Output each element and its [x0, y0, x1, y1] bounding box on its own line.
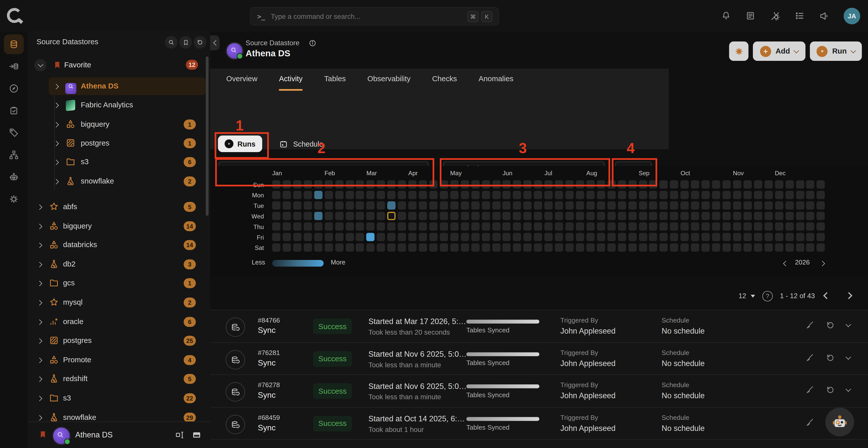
- sidebar-item-athena-ds[interactable]: Athena DS: [28, 77, 210, 95]
- heatmap-cell[interactable]: [304, 233, 312, 241]
- heatmap-cell[interactable]: [691, 233, 699, 241]
- heatmap-cell[interactable]: [366, 201, 375, 210]
- heatmap-cell[interactable]: [785, 243, 794, 252]
- heatmap-cell[interactable]: [817, 180, 825, 189]
- heatmap-cell[interactable]: [503, 233, 511, 241]
- heatmap-cell[interactable]: [586, 233, 595, 241]
- heatmap-cell[interactable]: [377, 201, 385, 210]
- heatmap-cell[interactable]: [565, 243, 574, 252]
- heatmap-cell[interactable]: [503, 243, 511, 252]
- heatmap-cell[interactable]: [796, 233, 804, 241]
- sidebar-search-icon[interactable]: [165, 36, 178, 49]
- heatmap-cell[interactable]: [775, 180, 783, 189]
- list-menu-icon[interactable]: [794, 10, 805, 21]
- heatmap-cell[interactable]: [565, 201, 574, 210]
- heatmap-cell[interactable]: [702, 243, 710, 252]
- heatmap-cell[interactable]: [712, 243, 720, 252]
- heatmap-cell[interactable]: [293, 201, 302, 210]
- heatmap-cell[interactable]: [618, 233, 626, 241]
- clean-broom-icon[interactable]: [804, 385, 814, 395]
- heatmap-cell[interactable]: [450, 212, 458, 220]
- heatmap-cell[interactable]: [545, 243, 553, 252]
- heatmap-cell[interactable]: [534, 201, 542, 210]
- heatmap-cell[interactable]: [733, 180, 741, 189]
- heatmap-cell[interactable]: [293, 222, 302, 230]
- heatmap-cell[interactable]: [534, 243, 542, 252]
- heatmap-cell[interactable]: [586, 243, 595, 252]
- heatmap-cell[interactable]: [806, 201, 814, 210]
- heatmap-cell[interactable]: [785, 191, 794, 199]
- tab-activity[interactable]: Activity: [279, 69, 303, 89]
- sidebar-item-fabric-analytics[interactable]: Fabric Analytics: [28, 96, 210, 114]
- heatmap-cell[interactable]: [691, 243, 699, 252]
- heatmap-cell[interactable]: [471, 222, 479, 230]
- heatmap-cell[interactable]: [565, 233, 574, 241]
- heatmap-cell[interactable]: [628, 201, 637, 210]
- schedule-toggle[interactable]: Schedule: [279, 135, 323, 152]
- heatmap-cell[interactable]: [387, 243, 396, 252]
- heatmap-cell[interactable]: [733, 212, 741, 220]
- heatmap-cell[interactable]: [775, 233, 783, 241]
- clean-broom-icon[interactable]: [804, 353, 814, 363]
- settings-button[interactable]: [729, 41, 749, 61]
- heatmap-cell[interactable]: [377, 243, 385, 252]
- heatmap-cell[interactable]: [796, 191, 804, 199]
- heatmap-cell[interactable]: [607, 212, 616, 220]
- heatmap-cell[interactable]: [702, 233, 710, 241]
- heatmap-cell[interactable]: [429, 243, 437, 252]
- heatmap-cell[interactable]: [283, 201, 291, 210]
- sidebar-group-promote[interactable]: Promote 4: [28, 351, 210, 369]
- heatmap-cell[interactable]: [283, 233, 291, 241]
- heatmap-cell[interactable]: [702, 191, 710, 199]
- heatmap-cell[interactable]: [314, 201, 322, 210]
- heatmap-cell[interactable]: [513, 222, 521, 230]
- heatmap-cell[interactable]: [702, 212, 710, 220]
- rail-enrichment-icon[interactable]: [4, 56, 24, 76]
- heatmap-cell[interactable]: [722, 212, 731, 220]
- next-page-icon[interactable]: [844, 292, 854, 300]
- heatmap-cell[interactable]: [524, 212, 532, 220]
- heatmap-cell[interactable]: [461, 222, 469, 230]
- add-button[interactable]: Add: [753, 41, 805, 61]
- heatmap-cell[interactable]: [429, 191, 437, 199]
- heatmap-cell[interactable]: [377, 212, 385, 220]
- heatmap-cell[interactable]: [304, 222, 312, 230]
- heatmap-cell[interactable]: [293, 243, 302, 252]
- heatmap-cell[interactable]: [586, 201, 595, 210]
- rail-settings-gear-icon[interactable]: [4, 189, 24, 209]
- heatmap-cell[interactable]: [461, 212, 469, 220]
- heatmap-cell[interactable]: [775, 212, 783, 220]
- heatmap-cell[interactable]: [324, 243, 333, 252]
- heatmap-cell[interactable]: [597, 191, 605, 199]
- heatmap-cell[interactable]: [440, 212, 448, 220]
- info-icon[interactable]: [309, 39, 317, 47]
- heatmap-cell[interactable]: [335, 201, 343, 210]
- run-button[interactable]: Run: [810, 41, 862, 61]
- sidebar-group-abfs[interactable]: abfs 5: [28, 198, 210, 216]
- sidebar-group-redshift[interactable]: redshift 5: [28, 370, 210, 388]
- heatmap-cell[interactable]: [639, 233, 647, 241]
- command-palette[interactable]: >_ ⌘ K: [250, 7, 499, 26]
- heatmap-cell[interactable]: [345, 201, 354, 210]
- heatmap-cell[interactable]: [607, 243, 616, 252]
- heatmap-cell[interactable]: [356, 222, 364, 230]
- heatmap-cell[interactable]: [743, 212, 751, 220]
- heatmap-cell[interactable]: [649, 243, 657, 252]
- heatmap-cell[interactable]: [387, 222, 396, 230]
- heatmap-cell[interactable]: [743, 201, 751, 210]
- sidebar-group-oracle[interactable]: oracle 6: [28, 313, 210, 330]
- rail-datastores-icon[interactable]: [4, 34, 24, 54]
- heatmap-cell[interactable]: [314, 233, 322, 241]
- heatmap-cell[interactable]: [440, 191, 448, 199]
- sidebar-group-databricks[interactable]: databricks 14: [28, 236, 210, 254]
- heatmap-cell[interactable]: [398, 212, 406, 220]
- heatmap-cell[interactable]: [314, 222, 322, 230]
- heatmap-cell[interactable]: [576, 191, 584, 199]
- heatmap-cell[interactable]: [450, 222, 458, 230]
- heatmap-cell[interactable]: [754, 201, 762, 210]
- sidebar-item-postgres[interactable]: postgres 1: [28, 134, 210, 152]
- heatmap-cell[interactable]: [398, 201, 406, 210]
- heatmap-cell[interactable]: [513, 233, 521, 241]
- sidebar-collapse-button[interactable]: [210, 35, 219, 50]
- heatmap-cell[interactable]: [324, 201, 333, 210]
